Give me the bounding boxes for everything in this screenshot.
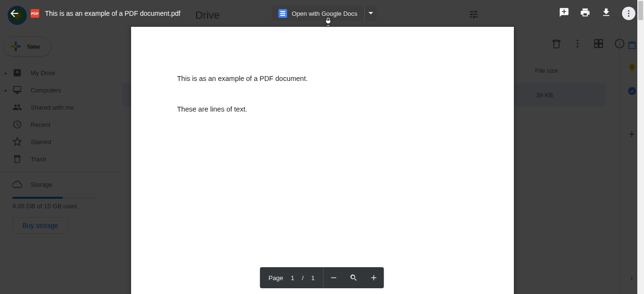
minus-icon (330, 273, 338, 282)
viewer-actions (559, 7, 635, 20)
svg-point-7 (628, 10, 630, 11)
scrollbar[interactable] (637, 0, 644, 294)
svg-point-9 (628, 15, 630, 17)
add-comment-icon[interactable] (559, 7, 569, 20)
more-actions-button[interactable] (622, 7, 635, 20)
zoom-out-button[interactable] (324, 273, 344, 282)
back-arrow-icon[interactable] (9, 8, 20, 19)
scrollbar-thumb[interactable] (638, 1, 643, 20)
magnify-icon (350, 273, 358, 282)
viewer-header: PDF This is as an example of a PDF docum… (0, 0, 644, 27)
file-title: This is as an example of a PDF document.… (45, 10, 180, 17)
current-page[interactable]: 1 (291, 274, 294, 282)
open-with-control: Open with Google Docs (272, 6, 377, 21)
open-with-label: Open with Google Docs (292, 10, 357, 17)
total-pages: 1 (311, 274, 315, 282)
plus-icon (370, 273, 378, 282)
fit-page-button[interactable] (344, 273, 364, 282)
download-icon[interactable] (601, 7, 611, 20)
page-controls: Page 1 / 1 (260, 267, 384, 288)
pdf-page: This is as an example of a PDF document.… (131, 27, 514, 294)
document-line: This is as an example of a PDF document. (177, 74, 468, 84)
svg-point-8 (628, 13, 630, 14)
print-icon[interactable] (580, 7, 590, 20)
open-with-button[interactable]: Open with Google Docs (272, 6, 364, 21)
pdf-file-icon: PDF (31, 9, 39, 18)
zoom-in-button[interactable] (364, 273, 384, 282)
pdf-viewer: PDF This is as an example of a PDF docum… (0, 0, 644, 294)
more-vert-icon (624, 9, 633, 18)
caret-down-icon (368, 11, 373, 16)
page-separator: / (302, 274, 304, 282)
google-docs-icon (278, 9, 287, 18)
open-with-dropdown[interactable] (364, 6, 377, 21)
page-label: Page (268, 274, 283, 282)
document-line: These are lines of text. (177, 104, 468, 115)
